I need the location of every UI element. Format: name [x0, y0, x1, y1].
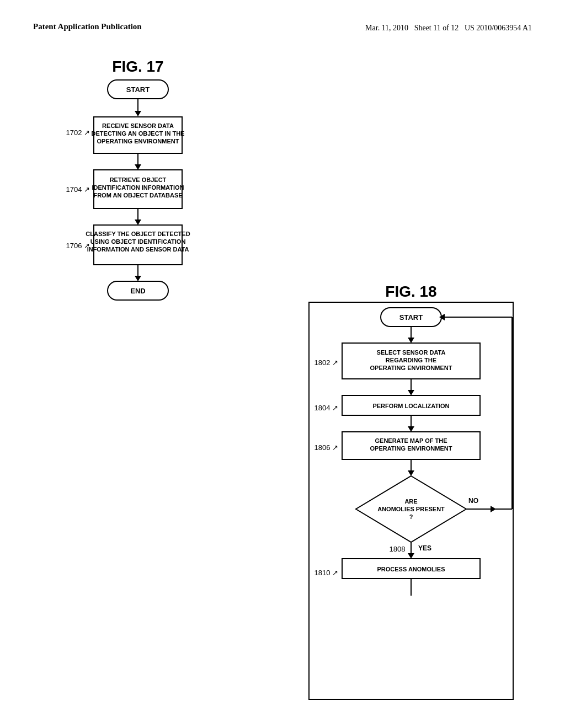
header-date: Mar. 11, 2010	[365, 24, 408, 32]
header-sheet: Sheet 11 of 12	[414, 24, 459, 32]
page: Patent Application Publication Mar. 11, …	[0, 0, 565, 728]
header: Patent Application Publication Mar. 11, …	[33, 22, 532, 34]
header-info: Mar. 11, 2010 Sheet 11 of 12 US 2010/006…	[365, 22, 532, 34]
header-patent: US 2010/0063954 A1	[465, 24, 532, 32]
patent-application-label: Patent Application Publication	[33, 22, 142, 31]
